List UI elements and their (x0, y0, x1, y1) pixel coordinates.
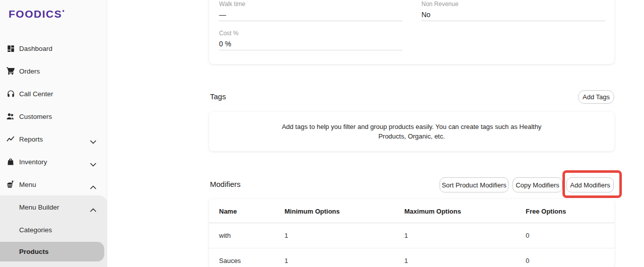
sidebar-item-orders[interactable]: Orders (0, 60, 107, 82)
sidebar-item-label: Customers (19, 113, 52, 120)
tags-empty-text-line2: Products, Organic, etc. (378, 131, 445, 141)
sidebar-item-label: Call Center (19, 90, 53, 98)
cell-maximum-options: 1 (404, 257, 408, 264)
sidebar-item-menu[interactable]: Menu (0, 173, 107, 195)
field-value: No (421, 11, 605, 19)
sidebar-item-products-active[interactable]: Products (0, 242, 104, 261)
sidebar-item-label: Menu Builder (19, 204, 59, 211)
chevron-down-icon (90, 160, 96, 164)
sidebar-item-categories[interactable]: Categories (0, 219, 107, 241)
add-modifiers-button[interactable]: Add Modifiers (566, 177, 614, 192)
add-tags-button[interactable]: Add Tags (578, 90, 614, 104)
headset-icon (6, 89, 15, 98)
cost-percent-field: Cost % 0 % (219, 30, 402, 50)
column-header-free-options: Free Options (526, 208, 566, 215)
reports-icon (6, 135, 15, 144)
sidebar-item-inventory[interactable]: Inventory (0, 151, 107, 173)
modifiers-table-header: Name Minimum Options Maximum Options Fre… (209, 199, 614, 223)
sort-product-modifiers-button[interactable]: Sort Product Modifiers (440, 177, 509, 192)
customers-icon (6, 112, 15, 121)
non-revenue-field: Non Revenue No (421, 1, 605, 21)
sidebar-item-label: Products (19, 248, 49, 255)
column-header-maximum-options: Maximum Options (404, 208, 461, 215)
cell-minimum-options: 1 (284, 232, 288, 239)
copy-modifiers-button[interactable]: Copy Modifiers (513, 177, 562, 192)
cart-icon (6, 66, 15, 76)
cell-maximum-options: 1 (404, 232, 408, 239)
field-value: — (219, 11, 402, 19)
chevron-up-icon (90, 182, 96, 186)
cell-name: with (219, 232, 231, 239)
cell-minimum-options: 1 (284, 257, 288, 264)
inventory-bag-icon (6, 157, 15, 166)
cell-free-options: 0 (526, 232, 529, 239)
product-details-card: Walk time — Non Revenue No Cost % 0 % (209, 0, 614, 64)
field-value: 0 % (219, 40, 402, 48)
sidebar-item-label: Inventory (19, 158, 47, 166)
field-label: Walk time (219, 1, 402, 8)
sidebar-item-customers[interactable]: Customers (0, 105, 107, 127)
sidebar-item-label: Orders (19, 68, 40, 75)
sidebar-item-menu-builder[interactable]: Menu Builder (0, 196, 107, 218)
foodics-logo[interactable]: FOODICS● (9, 8, 65, 20)
sidebar-item-label: Reports (19, 136, 43, 143)
sidebar-item-call-center[interactable]: Call Center (0, 83, 107, 105)
modifiers-table-card: Name Minimum Options Maximum Options Fre… (209, 199, 614, 267)
cell-name: Sauces (219, 257, 241, 264)
tags-heading: Tags (210, 92, 226, 101)
chevron-up-icon (90, 205, 96, 209)
walk-time-field: Walk time — (219, 1, 402, 21)
modifiers-heading: Modifiers (210, 180, 241, 188)
sidebar-item-label: Dashboard (19, 45, 52, 52)
sidebar-item-dashboard[interactable]: Dashboard (0, 37, 107, 59)
cell-free-options: 0 (526, 257, 529, 264)
chevron-down-icon (90, 137, 96, 141)
menu-food-icon (6, 180, 15, 189)
field-label: Cost % (219, 30, 402, 37)
tags-empty-text-line1: Add tags to help you filter and group pr… (282, 122, 542, 131)
sidebar-item-reports[interactable]: Reports (0, 128, 107, 150)
sidebar-item-label: Categories (19, 226, 52, 234)
sidebar-item-label: Menu (19, 181, 36, 188)
field-label: Non Revenue (421, 1, 605, 8)
table-row[interactable]: Sauces 1 1 0 (209, 248, 614, 267)
table-row[interactable]: with 1 1 0 (209, 223, 614, 248)
logo-text: FOODICS (9, 8, 62, 20)
dashboard-icon (6, 44, 15, 53)
logo-trademark-dot: ● (62, 9, 65, 13)
tags-empty-card: Add tags to help you filter and group pr… (209, 112, 614, 151)
column-header-name: Name (219, 208, 237, 215)
page: FOODICS● Dashboard Orders Call Center Cu… (0, 0, 644, 267)
column-header-minimum-options: Minimum Options (284, 208, 340, 215)
sidebar: FOODICS● Dashboard Orders Call Center Cu… (0, 0, 107, 267)
